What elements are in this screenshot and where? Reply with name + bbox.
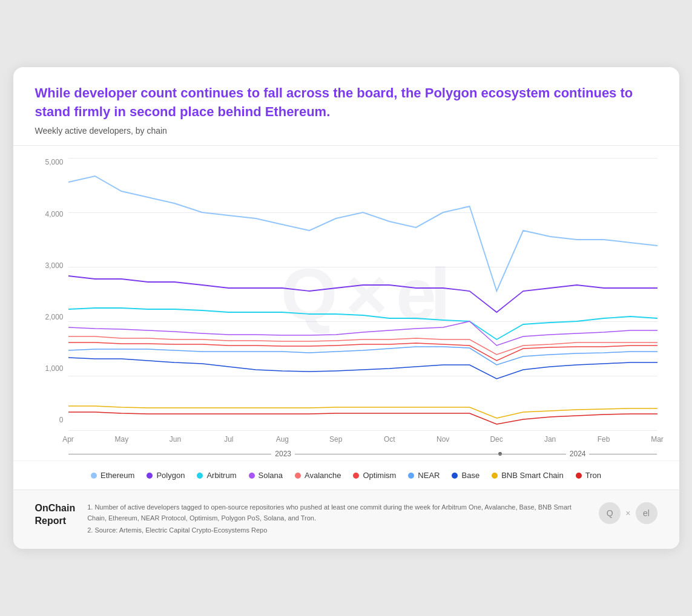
legend-dot: [408, 473, 414, 479]
year-2023-section: 2023: [68, 450, 498, 458]
y-axis-label: 4,000: [45, 210, 63, 218]
x-axis-label: Oct: [384, 435, 395, 444]
year-bar: 20232024: [68, 447, 657, 460]
y-axis: 5,0004,0003,0002,0001,0000: [35, 158, 68, 430]
legend-item: Optimism: [353, 471, 396, 480]
base-line: [68, 358, 657, 379]
legend-item: Polygon: [147, 471, 185, 480]
chart-container: 5,0004,0003,0002,0001,0000 Q × el: [35, 158, 657, 460]
year-2024-label: 2024: [570, 450, 586, 458]
y-axis-label: 2,000: [45, 313, 63, 321]
y-axis-label: 5,000: [45, 158, 63, 166]
footer: OnChainReport 1. Number of active develo…: [13, 490, 679, 549]
legend-dot: [492, 473, 498, 479]
legend-dot: [91, 473, 97, 479]
footer-notes: 1. Number of active developers tagged to…: [87, 502, 587, 537]
footer-icons: Q × el: [599, 502, 657, 524]
x-axis-label: Jan: [544, 435, 556, 444]
chart-area: 5,0004,0003,0002,0001,0000 Q × el: [13, 146, 679, 460]
legend-dot: [452, 473, 458, 479]
legend-label: Polygon: [156, 471, 185, 480]
arbitrum-line: [68, 308, 657, 339]
legend-dot: [353, 473, 359, 479]
legend-label: Solana: [259, 471, 283, 480]
legend-item: Avalanche: [295, 471, 341, 480]
x-axis-label: Nov: [437, 435, 449, 444]
legend-label: Tron: [585, 471, 601, 480]
tron-line: [68, 412, 657, 424]
avalanche-line: [68, 336, 657, 355]
legend-dot: [295, 473, 301, 479]
legend-dot: [197, 473, 203, 479]
legend-label: Arbitrum: [206, 471, 236, 480]
footer-note-1: 1. Number of active developers tagged to…: [87, 502, 587, 523]
legend-item: Ethereum: [91, 471, 134, 480]
x-axis-label: Dec: [490, 435, 503, 444]
legend: EthereumPolygonArbitrumSolanaAvalancheOp…: [13, 460, 679, 490]
chart-subtitle: Weekly active developers, by chain: [35, 126, 657, 136]
x-axis-label: Sep: [329, 435, 342, 444]
legend-dot: [249, 473, 255, 479]
legend-dot: [147, 473, 153, 479]
x-axis-label: May: [115, 435, 129, 444]
legend-item: Arbitrum: [197, 471, 236, 480]
legend-item: Solana: [249, 471, 283, 480]
legend-dot: [576, 473, 582, 479]
report-card: While developer count continues to fall …: [13, 67, 679, 549]
year-line-2024-right: [589, 454, 657, 454]
polygon-line: [68, 276, 657, 312]
optimism-line: [68, 342, 657, 361]
ethereum-line: [68, 176, 657, 291]
legend-label: NEAR: [418, 471, 440, 480]
year-2023-label: 2023: [275, 450, 291, 458]
legend-label: BNB Smart Chain: [501, 471, 564, 480]
year-line-left: [68, 454, 272, 454]
footer-brand: OnChainReport: [35, 502, 76, 528]
legend-item: Base: [452, 471, 479, 480]
y-axis-label: 0: [59, 416, 64, 424]
legend-label: Base: [461, 471, 479, 480]
x-axis-label: Jul: [224, 435, 233, 444]
legend-label: Avalanche: [305, 471, 341, 480]
chart-title: While developer count continues to fall …: [35, 84, 657, 122]
y-axis-label: 3,000: [45, 261, 63, 270]
legend-label: Ethereum: [101, 471, 134, 480]
x-axis-label: Jun: [170, 435, 181, 444]
plot-area: Q × el: [68, 158, 657, 430]
solana-line: [68, 321, 657, 346]
x-axis-label: Mar: [651, 435, 664, 444]
card-header: While developer count continues to fall …: [13, 67, 679, 146]
near-line: [68, 347, 657, 365]
legend-label: Optimism: [363, 471, 396, 480]
x-axis-label: Apr: [62, 435, 74, 444]
year-line-2024-left: [498, 454, 566, 454]
footer-icon-e: el: [636, 502, 657, 524]
year-line-right: [295, 454, 498, 454]
legend-item: Tron: [576, 471, 601, 480]
footer-icon-times: ×: [625, 508, 630, 518]
y-axis-label: 1,000: [45, 364, 63, 373]
footer-icon-q: Q: [599, 502, 621, 524]
legend-item: BNB Smart Chain: [492, 471, 564, 480]
x-axis-label: Aug: [276, 435, 289, 444]
year-2024-section: 2024: [498, 450, 657, 458]
chart-lines-svg: [68, 158, 657, 430]
legend-item: NEAR: [408, 471, 440, 480]
footer-note-2: 2. Source: Artemis, Electric Capital Cry…: [87, 525, 587, 536]
x-axis-label: Feb: [598, 435, 610, 444]
